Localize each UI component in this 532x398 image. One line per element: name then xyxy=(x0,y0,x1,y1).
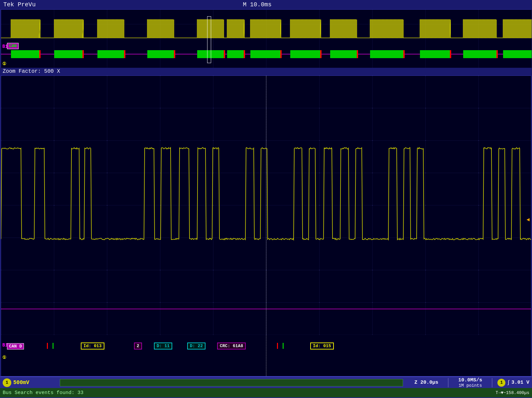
trigger-ch-indicator: 1 xyxy=(497,379,505,387)
bus-search-result: Bus Search events found: 33 xyxy=(3,390,83,396)
app-title: Tek PreVu xyxy=(3,1,36,8)
zoom-bar: Zoom Factor: 500 X xyxy=(0,67,532,75)
trigger-level-arrow: ◄ xyxy=(526,217,530,223)
status-row1: 1 500mV Z 20.0μs 10.0MS/s 1M points 1 ∫ xyxy=(0,377,532,388)
status-separator-2 xyxy=(492,378,492,387)
ch1-main-label: ① xyxy=(2,355,6,360)
cursor-time-section: T→▼−158.400μs xyxy=(496,390,529,395)
field-id-013: Id: 013 xyxy=(81,343,104,349)
ch1-overview-label: ① xyxy=(2,61,6,66)
field-d11: D: 11 xyxy=(154,343,172,349)
status-row2: Bus Search events found: 33 T→▼−158.400μ… xyxy=(0,388,532,397)
cursor-time-value: T→▼−158.400μs xyxy=(496,390,529,395)
ch1-status-bar xyxy=(60,379,403,386)
field-purple-2: 2 xyxy=(134,343,142,349)
main-cursor-line xyxy=(266,76,266,376)
red-mark-1 xyxy=(47,343,48,349)
time-scale: M 10.0ms xyxy=(243,1,271,8)
green-mark-1 xyxy=(53,343,54,349)
status-bar: 1 500mV Z 20.0μs 10.0MS/s 1M points 1 ∫ xyxy=(0,376,532,398)
sample-rate-section: 10.0MS/s 1M points xyxy=(454,377,487,388)
overview-panel: ▼ ▼ ▼ ▼ ▼ ▼ ▼ ▼ ▼ ▼ ▼ ▼ ▼ ▼ B1 CAN ① xyxy=(1,9,531,67)
ch1-status-indicator: 1 xyxy=(3,378,11,387)
status-separator-1 xyxy=(448,378,449,387)
z-time-value: Z 20.0μs xyxy=(414,380,438,385)
field-d22: D: 22 xyxy=(187,343,205,349)
bus-decode-bar: Id: 013 2 D: 11 D: 22 CRC: 61A8 Id: 015 xyxy=(1,341,531,351)
trigger-section: 1 ∫ 3.01 V xyxy=(497,379,529,387)
overview-cursor-box xyxy=(207,16,211,63)
main-panel: ▽ T ① ◄ B1 CAN D Id: 013 2 D: 11 xyxy=(1,75,531,376)
sample-points-value: 1M points xyxy=(459,383,482,388)
trigger-slope-icon: ∫ xyxy=(507,380,510,386)
field-crc: CRC: 61A8 xyxy=(217,343,246,349)
green-mark-2 xyxy=(283,343,284,349)
voltage-value: 500mV xyxy=(13,380,53,386)
overview-waveform-canvas xyxy=(1,10,532,68)
zoom-factor-label: Zoom Factor: 500 X xyxy=(3,68,60,74)
can-overview-label: CAN xyxy=(7,43,19,49)
oscilloscope: Tek PreVu M 10.0ms ▼ ▼ ▼ ▼ ▼ ▼ ▼ ▼ ▼ ▼ ▼… xyxy=(0,0,532,398)
red-mark-2 xyxy=(277,343,278,349)
z-time-section: Z 20.0μs xyxy=(410,380,443,385)
sample-rate-value: 10.0MS/s xyxy=(458,377,482,383)
trigger-level-value: 3.01 V xyxy=(511,380,529,385)
title-bar: Tek PreVu M 10.0ms xyxy=(0,0,532,9)
field-id-015: Id: 015 xyxy=(310,343,334,349)
